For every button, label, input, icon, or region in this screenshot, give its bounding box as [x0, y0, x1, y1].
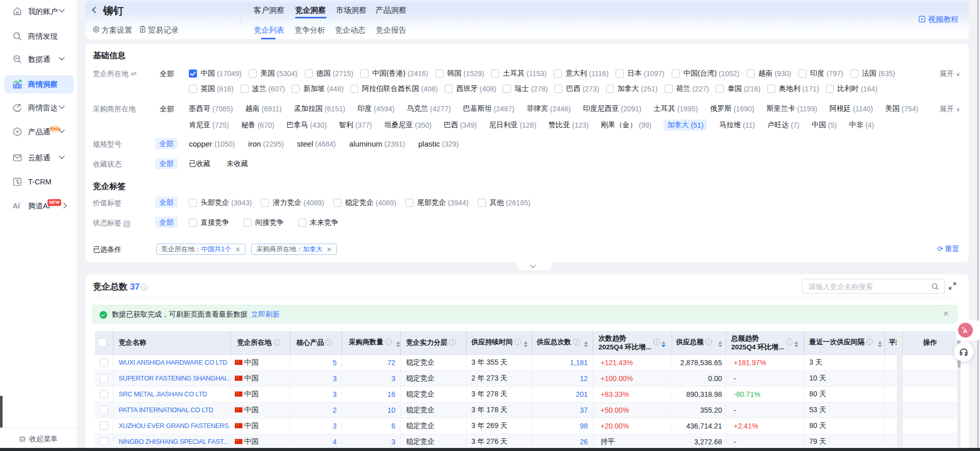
svg-text:A: A: [963, 327, 968, 334]
svg-text:Ai: Ai: [13, 202, 20, 210]
